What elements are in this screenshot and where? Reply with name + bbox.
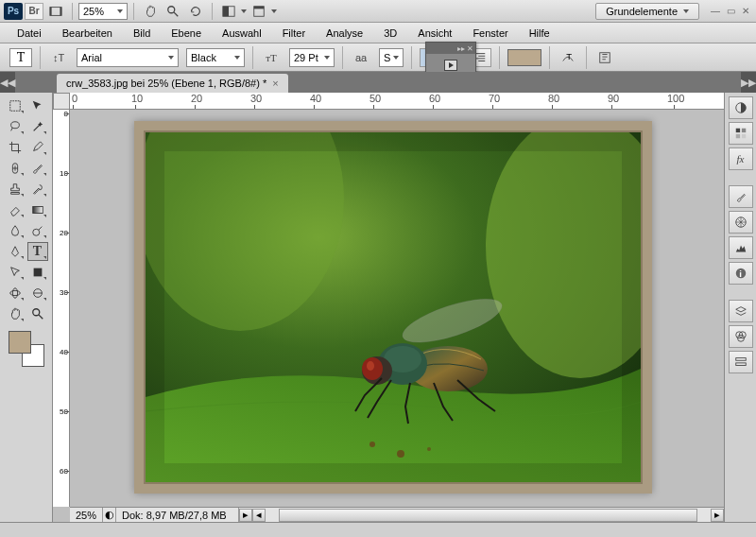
eyedropper-tool[interactable] [27, 138, 48, 157]
menu-bearbeiten[interactable]: Bearbeiten [53, 25, 122, 42]
svg-point-12 [10, 122, 19, 129]
svg-rect-8 [254, 6, 265, 9]
close-button[interactable]: ✕ [739, 5, 752, 18]
wand-tool[interactable] [27, 117, 48, 136]
svg-point-17 [9, 290, 20, 295]
menu-auswahl[interactable]: Auswahl [213, 25, 271, 42]
foreground-color-swatch[interactable] [9, 331, 31, 354]
character-panel-icon[interactable] [594, 48, 615, 67]
blur-tool[interactable] [5, 221, 26, 240]
text-orientation-icon[interactable]: ↕T [48, 48, 69, 67]
type-tool[interactable]: T [27, 242, 48, 261]
antialias-dropdown[interactable]: S [379, 48, 404, 67]
menu-ansicht[interactable]: Ansicht [408, 25, 461, 42]
svg-point-25 [369, 442, 375, 447]
eraser-tool[interactable] [5, 200, 26, 219]
ruler-horizontal[interactable]: 0102030405060708090100110 [70, 93, 724, 110]
main-area: T 0102030405060708090100110 010203040506… [0, 93, 756, 522]
document-tab-title: crw_3583.jpg bei 25% (Ebene 1, RGB/8#) * [66, 78, 266, 89]
document-tab-close-icon[interactable]: × [272, 78, 278, 89]
svg-rect-0 [50, 7, 61, 15]
panel-handle-right[interactable]: ▶▶ [741, 72, 756, 93]
navigator-panel-icon[interactable] [729, 211, 753, 234]
status-doc-size[interactable]: Dok: 8,97 MB/27,8 MB [116, 508, 239, 522]
font-family-dropdown[interactable]: Arial [77, 48, 179, 67]
warp-text-icon[interactable]: T [558, 48, 578, 67]
zoom-tool-icon[interactable] [163, 2, 183, 21]
menu-analyse[interactable]: Analyse [317, 25, 372, 42]
maximize-button[interactable]: ▭ [724, 5, 737, 18]
svg-line-21 [38, 315, 42, 319]
pen-tool[interactable] [5, 242, 26, 261]
menu-3d[interactable]: 3D [374, 25, 406, 42]
channels-panel-icon[interactable] [729, 325, 753, 348]
heal-tool[interactable] [5, 159, 26, 178]
popup-collapse-icon[interactable]: ▸▸ [457, 44, 465, 53]
status-drive-icon[interactable]: ◐ [103, 508, 116, 522]
arrange-docs-icon[interactable] [249, 2, 269, 21]
screen-mode-icon[interactable] [218, 2, 239, 21]
marquee-tool[interactable] [5, 96, 26, 115]
crop-tool[interactable] [5, 138, 26, 157]
hand-tool-icon[interactable] [140, 2, 161, 21]
scroll-right-button[interactable]: ▸ [711, 509, 724, 522]
menu-ebene[interactable]: Ebene [162, 25, 211, 42]
stamp-tool[interactable] [5, 180, 26, 199]
zoom-dropdown[interactable]: 25% [78, 3, 128, 20]
svg-point-27 [427, 447, 431, 451]
color-panel-icon[interactable] [729, 96, 753, 119]
popup-close-icon[interactable]: ✕ [467, 44, 473, 53]
font-size-dropdown[interactable]: 29 Pt [289, 48, 335, 67]
swatches-panel-icon[interactable] [729, 122, 753, 145]
menu-hilfe[interactable]: Hilfe [520, 25, 559, 42]
paths-panel-icon[interactable] [729, 351, 753, 373]
ruler-vertical[interactable]: 0102030405060 [53, 110, 70, 507]
gradient-tool[interactable] [27, 200, 48, 219]
dodge-tool[interactable] [27, 221, 48, 240]
hand-tool[interactable] [5, 304, 26, 323]
brush-tool[interactable] [27, 159, 48, 178]
ruler-origin[interactable] [53, 93, 70, 110]
font-style-dropdown[interactable]: Black [186, 48, 245, 67]
menu-datei[interactable]: Datei [8, 25, 51, 42]
tool-preset-icon[interactable]: T [9, 48, 32, 67]
3d-orbit-tool[interactable] [27, 284, 48, 303]
shape-tool[interactable] [27, 263, 48, 282]
document-image[interactable] [144, 130, 643, 484]
workspace-dropdown[interactable]: Grundelemente [595, 3, 699, 20]
path-select-tool[interactable] [5, 263, 26, 282]
scroll-left-button[interactable]: ◂ [252, 509, 266, 522]
panel-handle-left[interactable]: ◀◀ [0, 72, 15, 93]
zoom-tool[interactable] [27, 304, 48, 323]
menu-filter[interactable]: Filter [273, 25, 315, 42]
brushes-panel-icon[interactable] [729, 185, 753, 208]
minimize-button[interactable]: — [709, 5, 722, 18]
layers-panel-icon[interactable] [729, 300, 753, 322]
screen-mode-arrow[interactable] [241, 9, 247, 13]
menu-fenster[interactable]: Fenster [463, 25, 517, 42]
horizontal-scrollbar[interactable] [279, 509, 697, 522]
status-arrow-icon[interactable]: ▸ [239, 509, 252, 522]
3d-rotate-tool[interactable] [5, 284, 26, 303]
svg-point-20 [32, 309, 39, 316]
document-tab[interactable]: crw_3583.jpg bei 25% (Ebene 1, RGB/8#) *… [57, 74, 288, 93]
lasso-tool[interactable] [5, 117, 26, 136]
svg-text:i: i [739, 268, 742, 279]
status-zoom[interactable]: 25% [70, 508, 103, 522]
bridge-logo[interactable]: Br [25, 3, 43, 20]
histogram-panel-icon[interactable] [729, 236, 753, 259]
arrange-docs-arrow[interactable] [271, 9, 277, 13]
text-color-swatch[interactable] [507, 49, 541, 66]
menu-bild[interactable]: Bild [124, 25, 160, 42]
canvas-viewport[interactable] [70, 110, 724, 507]
svg-rect-16 [33, 268, 42, 277]
film-icon[interactable] [45, 2, 66, 21]
play-icon[interactable] [444, 60, 457, 71]
rotate-view-icon[interactable] [185, 2, 206, 21]
styles-panel-icon[interactable]: fx [729, 147, 753, 170]
info-panel-icon[interactable]: i [729, 262, 753, 285]
move-tool[interactable] [27, 96, 48, 115]
history-brush-tool[interactable] [27, 180, 48, 199]
svg-point-15 [32, 229, 39, 235]
right-panel-dock: fx i [724, 93, 756, 522]
